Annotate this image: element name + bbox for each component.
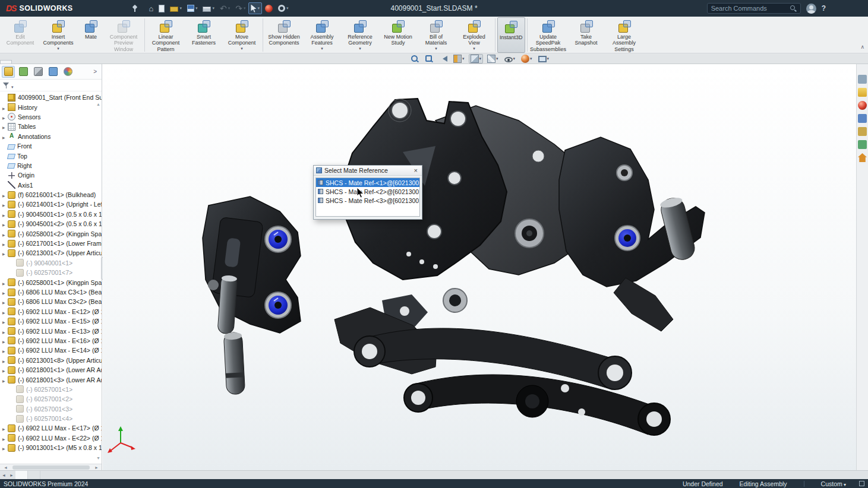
mate-reference-option[interactable]: SHCS - Mate Ref-<1>@[60213001<7>] (316, 178, 419, 187)
expand-arrow-icon[interactable] (2, 444, 8, 451)
filter-icon[interactable] (3, 82, 10, 89)
tree-item[interactable]: (-) 90040001<1> (0, 258, 102, 268)
filter-dropdown-icon[interactable] (11, 80, 14, 91)
tree-item[interactable]: (-) 6806 LLU Max C3<1> (Beari... (0, 287, 102, 297)
tree-item[interactable]: (-) 90013001<1> (M5 x 0.8 x 1... (0, 443, 102, 452)
expand-arrow-icon[interactable] (2, 366, 8, 373)
edit-appearance-button[interactable] (519, 54, 534, 64)
tree-item[interactable]: (-) 60257001<3> (0, 404, 102, 414)
expand-arrow-icon[interactable] (2, 240, 8, 247)
expand-arrow-icon[interactable] (2, 424, 8, 432)
ribbon-button[interactable] (495, 18, 495, 52)
panel-horizontal-scrollbar[interactable] (0, 464, 102, 470)
open-button[interactable] (168, 2, 184, 14)
tree-item[interactable]: Right (0, 161, 102, 170)
expand-arrow-icon[interactable] (2, 211, 8, 218)
mate-reference-option[interactable]: SHCS - Mate Ref-<3>@[60213001<7>] (316, 196, 419, 205)
tree-item[interactable]: (-) 60214001<1> (Upright - Lef... (0, 199, 102, 209)
expand-arrow-icon[interactable] (2, 113, 8, 121)
dimxpertmanager-tab[interactable] (46, 66, 59, 78)
tab-assembly[interactable] (0, 60, 12, 64)
scrollbar-thumb[interactable] (12, 465, 90, 470)
tree-item[interactable]: (-) 60213001<8> (Upper Articu... (0, 356, 102, 365)
tree-item[interactable]: (-) 6902 LLU Max - E<22> (Ø 1... (0, 433, 102, 443)
user-avatar[interactable] (806, 4, 816, 14)
expand-arrow-icon[interactable] (2, 298, 8, 305)
tree-item[interactable]: (-) 6902 LLU Max - E<14> (Ø 1... (0, 346, 102, 355)
large-assembly-settings-button[interactable]: Large Assembly Settings (605, 17, 643, 53)
mate-button[interactable]: Mate (77, 17, 105, 53)
expand-arrow-icon[interactable] (2, 230, 8, 237)
dialog-titlebar[interactable]: Select Mate Reference × (314, 166, 422, 176)
ribbon-button[interactable] (263, 18, 263, 52)
tab-markup[interactable] (36, 60, 48, 64)
tree-item[interactable]: (-) 60257001<1> (0, 385, 102, 394)
expand-arrow-icon[interactable] (2, 249, 8, 256)
expand-arrow-icon[interactable] (2, 357, 8, 364)
tree-item[interactable]: (-) 6806 LLU Max C3<2> (Beari... (0, 297, 102, 306)
expand-arrow-icon[interactable] (2, 123, 8, 130)
tree-item[interactable]: (f) 60216001<1> (Bulkhead) (0, 190, 102, 199)
expand-arrow-icon[interactable] (2, 279, 8, 286)
tree-item[interactable]: (-) 90045001<2> (0.5 x 0.6 x 1 B... (0, 219, 102, 229)
tree-item[interactable]: (-) 60258001<2> (Kingpin Spac... (0, 229, 102, 238)
tree-item[interactable]: (-) 60218001<3> (Lower AR Ar... (0, 375, 102, 384)
bill-of-materials-button[interactable]: Bill of Materials (417, 17, 455, 53)
tree-root-item[interactable]: 40099001_Start (Front End Sub Asse (0, 93, 102, 102)
expand-arrow-icon[interactable] (2, 133, 8, 140)
linear-component-pattern-button[interactable]: Linear Component Pattern (147, 17, 185, 53)
reference-geometry-button[interactable]: Reference Geometry (341, 17, 379, 53)
component-preview-window-button[interactable]: Component Preview Window (105, 17, 143, 53)
expand-arrow-icon[interactable] (2, 104, 8, 111)
menu-item[interactable] (111, 0, 119, 17)
exploded-view-button[interactable]: Exploded View (455, 17, 493, 53)
select-button[interactable] (248, 2, 262, 14)
tree-item[interactable]: Tables (0, 122, 102, 131)
update-speedpak-button[interactable]: Update SpeedPak Subassemblies (529, 17, 567, 53)
tab-evaluate[interactable] (48, 60, 59, 64)
graphics-area[interactable] (103, 64, 856, 470)
configurationmanager-tab[interactable] (31, 66, 45, 78)
ribbon-button[interactable] (144, 18, 145, 52)
undo-button[interactable]: ↶ (217, 2, 232, 14)
ribbon-button[interactable] (527, 18, 528, 52)
tree-item[interactable]: (-) 60213001<7> (Upper Articu... (0, 248, 102, 258)
expand-arrow-icon[interactable] (2, 201, 8, 208)
section-view-button[interactable] (452, 54, 466, 64)
tree-item[interactable]: (-) 60218001<1> (Lower AR Ar... (0, 365, 102, 375)
rebuild-button[interactable] (263, 2, 275, 14)
expand-arrow-icon[interactable] (2, 220, 8, 227)
take-snapshot-button[interactable]: Take Snapshot (567, 17, 605, 53)
tree-item[interactable]: Front (0, 141, 102, 151)
view-orientation-button[interactable] (469, 54, 484, 64)
model-tab[interactable] (15, 471, 28, 479)
tree-item[interactable]: (-) 6902 LLU Max - E<17> (Ø 1... (0, 423, 102, 433)
zoom-to-fit-button[interactable] (409, 54, 421, 64)
help-button[interactable]: ? (822, 4, 826, 12)
hide-show-items-button[interactable] (503, 54, 517, 64)
scroll-left-icon[interactable] (0, 465, 11, 470)
expand-arrow-icon[interactable] (2, 328, 8, 335)
expand-arrow-icon[interactable] (2, 347, 8, 354)
tree-item[interactable]: Sensors (0, 112, 102, 122)
tree-item[interactable]: Annotations (0, 132, 102, 141)
tree-item[interactable]: (-) 60257001<2> (0, 394, 102, 404)
options-button[interactable] (276, 2, 291, 14)
tree-item[interactable]: Top (0, 151, 102, 160)
menu-item[interactable] (119, 0, 128, 17)
pin-menu-icon[interactable] (131, 4, 138, 12)
tab-layout[interactable] (12, 60, 24, 64)
expand-arrow-icon[interactable] (2, 289, 8, 296)
show-hidden-components-button[interactable]: Show Hidden Components (265, 17, 303, 53)
tree-item[interactable]: Axis1 (0, 180, 102, 190)
motion-study-1-tab[interactable] (28, 471, 40, 479)
ribbon-collapse-button[interactable] (860, 44, 864, 487)
tree-item[interactable]: Origin (0, 170, 102, 180)
featuremanager-tab[interactable] (2, 66, 15, 78)
propertymanager-tab[interactable] (17, 66, 30, 78)
mate-reference-option[interactable]: SHCS - Mate Ref-<2>@[60213001<7>] (316, 187, 419, 196)
tree-item[interactable]: (-) 6902 LLU Max - E<16> (Ø 1... (0, 336, 102, 346)
edit-component-button[interactable]: Edit Component (1, 17, 39, 53)
menu-item[interactable] (86, 0, 94, 17)
displaymanager-tab[interactable] (61, 66, 74, 78)
